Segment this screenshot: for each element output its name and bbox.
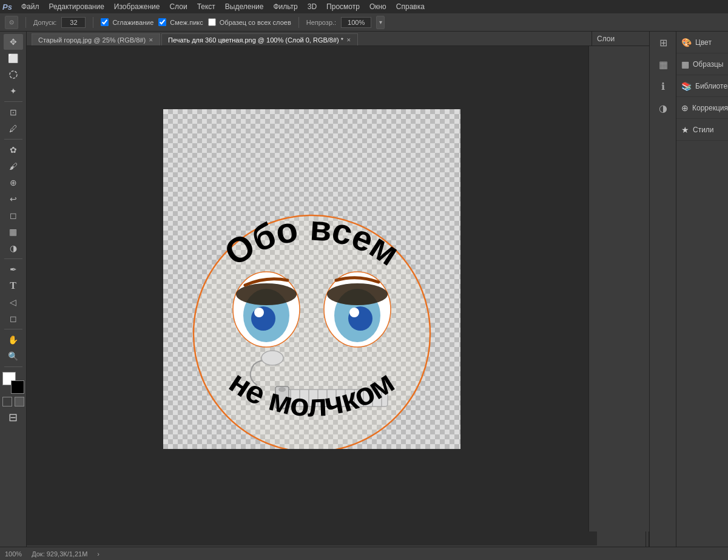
sample-all-checkbox[interactable] bbox=[208, 18, 216, 26]
tolerance-input[interactable] bbox=[61, 17, 86, 28]
clone-tool[interactable]: ⊕ bbox=[4, 175, 23, 191]
design-svg: Обо всем не молчком bbox=[163, 109, 460, 449]
right-panel-corrections[interactable]: ⊕ Коррекция bbox=[676, 97, 728, 119]
tab-old-city-label: Старый город.jpg @ 25% (RGB/8#) bbox=[38, 36, 146, 44]
spot-heal-tool[interactable]: ✿ bbox=[4, 142, 23, 158]
right-panel-color[interactable]: 🎨 Цвет bbox=[676, 32, 728, 53]
svg-point-13 bbox=[261, 351, 283, 365]
tool-separator-4 bbox=[4, 329, 22, 329]
contiguous-label: Смеж.пикс bbox=[170, 19, 203, 26]
quick-mask-off[interactable] bbox=[2, 397, 12, 407]
screen-mode[interactable]: ⊟ bbox=[8, 411, 18, 424]
doc-info: Док: 929,3К/1,21М bbox=[32, 550, 87, 558]
svg-point-5 bbox=[251, 306, 275, 331]
right-panel-channels-icon[interactable]: ▦ bbox=[650, 53, 676, 75]
tool-options-icon[interactable]: ⊙ bbox=[5, 16, 18, 29]
history-brush-tool[interactable]: ↩ bbox=[4, 191, 23, 207]
dodge-tool[interactable]: ◑ bbox=[4, 240, 23, 256]
right-panel-libraries[interactable]: 📚 Библиотеки bbox=[676, 75, 728, 97]
toolbar-separator-2 bbox=[93, 17, 93, 28]
toolbar-separator-3 bbox=[298, 17, 299, 28]
eyedropper-tool[interactable]: 🖊 bbox=[4, 121, 23, 137]
svg-point-0 bbox=[10, 71, 17, 78]
quick-mask-on[interactable] bbox=[15, 397, 24, 407]
move-tool[interactable]: ✥ bbox=[4, 34, 23, 50]
smooth-option[interactable]: Сглаживание bbox=[101, 18, 153, 26]
app-logo: Ps bbox=[2, 2, 12, 12]
canvas-image: Обо всем не молчком bbox=[163, 109, 460, 449]
right-panel-info-icon[interactable]: ℹ bbox=[650, 75, 676, 97]
zoom-tool[interactable]: 🔍 bbox=[4, 348, 23, 364]
color-icon: 🎨 bbox=[681, 38, 692, 47]
eraser-tool[interactable]: ◻ bbox=[4, 207, 23, 223]
right-panel-libraries-label: Библиотеки bbox=[695, 82, 728, 90]
right-panel-icon-bar: ⊞ ▦ ℹ ◑ bbox=[650, 32, 676, 560]
wand-tool[interactable]: ✦ bbox=[4, 83, 23, 99]
menu-view[interactable]: Просмотр bbox=[322, 1, 364, 12]
menu-window[interactable]: Окно bbox=[365, 1, 391, 12]
right-panel-layers-icon[interactable]: ⊞ bbox=[650, 32, 676, 53]
opacity-label: Непрозр.: bbox=[306, 19, 336, 26]
contiguous-checkbox[interactable] bbox=[158, 18, 166, 26]
right-panel-adjust-icon[interactable]: ◑ bbox=[650, 97, 676, 119]
marquee-tool[interactable]: ⬜ bbox=[4, 50, 23, 66]
styles-icon: ★ bbox=[681, 125, 689, 135]
menu-help[interactable]: Справка bbox=[392, 1, 429, 12]
right-panel-items: 🎨 Цвет ▦ Образцы 📚 Библиотеки ⊕ Коррекци… bbox=[676, 32, 728, 560]
shape-tool[interactable]: ◻ bbox=[4, 311, 23, 326]
menu-file[interactable]: Файл bbox=[17, 1, 44, 12]
menu-bar: Ps Файл Редактирование Изображение Слои … bbox=[0, 0, 728, 13]
contiguous-option[interactable]: Смеж.пикс bbox=[158, 18, 203, 26]
crop-tool[interactable]: ⊡ bbox=[4, 104, 23, 120]
layers-panel-title: Слои bbox=[597, 35, 615, 43]
mode-buttons bbox=[2, 397, 24, 407]
pen-tool[interactable]: ✒ bbox=[4, 261, 23, 277]
tab-print-360-close[interactable]: ✕ bbox=[346, 37, 351, 43]
right-panel-color-label: Цвет bbox=[695, 38, 712, 47]
sample-all-label: Образец со всех слоев bbox=[220, 19, 291, 26]
menu-text[interactable]: Текст bbox=[193, 1, 220, 12]
tab-old-city-close[interactable]: ✕ bbox=[149, 37, 153, 43]
svg-point-12 bbox=[327, 283, 388, 305]
left-tool-panel: ✥ ⬜ ✦ ⊡ 🖊 ✿ 🖌 ⊕ ↩ ◻ ▦ ◑ ✒ T ◁ ◻ ✋ 🔍 ⊟ bbox=[0, 32, 27, 560]
doc-arrow: › bbox=[97, 550, 99, 558]
tool-separator-2 bbox=[4, 139, 22, 140]
menu-edit[interactable]: Редактирование bbox=[44, 1, 108, 12]
background-color[interactable] bbox=[11, 380, 24, 394]
right-panel: ⊞ ▦ ℹ ◑ 🎨 Цвет ▦ Образцы 📚 Библиотеки ⊕ … bbox=[649, 32, 728, 560]
menu-3d[interactable]: 3D bbox=[303, 1, 321, 12]
right-panel-swatches[interactable]: ▦ Образцы bbox=[676, 53, 728, 75]
swatches-icon: ▦ bbox=[681, 59, 689, 69]
options-toolbar: ⊙ Допуск: Сглаживание Смеж.пикс Образец … bbox=[0, 13, 728, 32]
menu-filter[interactable]: Фильтр bbox=[269, 1, 302, 12]
corrections-icon: ⊕ bbox=[681, 103, 689, 113]
tool-separator-3 bbox=[4, 258, 22, 259]
opacity-dropdown[interactable]: ▾ bbox=[376, 16, 385, 29]
color-swatch-container[interactable] bbox=[2, 372, 24, 394]
smooth-label: Сглаживание bbox=[112, 19, 153, 26]
tolerance-label: Допуск: bbox=[33, 19, 56, 26]
path-tool[interactable]: ◁ bbox=[4, 294, 23, 310]
right-panel-swatches-label: Образцы bbox=[693, 60, 723, 69]
zoom-level: 100% bbox=[5, 550, 22, 558]
brush-tool[interactable]: 🖌 bbox=[4, 158, 23, 174]
menu-image[interactable]: Изображение bbox=[110, 1, 164, 12]
hand-tool[interactable]: ✋ bbox=[4, 332, 23, 348]
menu-layers[interactable]: Слои bbox=[165, 1, 191, 12]
canvas-container: Обо всем не молчком bbox=[163, 109, 460, 449]
text-tool[interactable]: T bbox=[4, 278, 23, 294]
tab-print-360-label: Печать для 360 цветная.png @ 100% (Слой … bbox=[168, 36, 343, 44]
lasso-tool[interactable] bbox=[4, 67, 23, 83]
libraries-icon: 📚 bbox=[681, 81, 692, 91]
menu-select[interactable]: Выделение bbox=[221, 1, 268, 12]
right-panel-styles-label: Стили bbox=[693, 126, 714, 134]
gradient-tool[interactable]: ▦ bbox=[4, 224, 23, 240]
right-panel-styles[interactable]: ★ Стили bbox=[676, 119, 728, 141]
layers-panel-header: Слои bbox=[592, 32, 649, 46]
opacity-input[interactable] bbox=[341, 17, 371, 28]
tab-print-360[interactable]: Печать для 360 цветная.png @ 100% (Слой … bbox=[161, 33, 358, 46]
sample-all-option[interactable]: Образец со всех слоев bbox=[208, 18, 291, 26]
svg-point-6 bbox=[254, 308, 264, 317]
smooth-checkbox[interactable] bbox=[101, 18, 109, 26]
tab-old-city[interactable]: Старый город.jpg @ 25% (RGB/8#) ✕ bbox=[32, 33, 160, 46]
